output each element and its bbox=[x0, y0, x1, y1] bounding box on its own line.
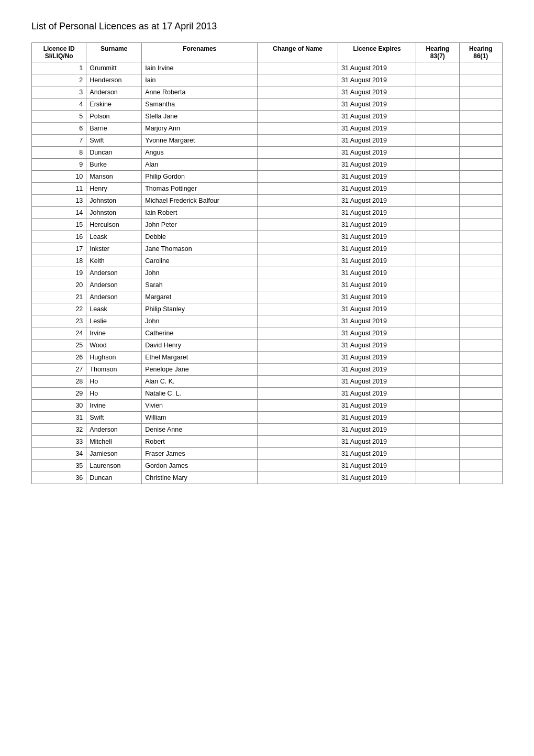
cell-licence-expires: 31 August 2019 bbox=[338, 279, 416, 291]
cell-hearing-86-1 bbox=[459, 412, 502, 424]
cell-id: 28 bbox=[32, 376, 86, 388]
cell-change-of-name bbox=[258, 388, 338, 400]
cell-hearing-86-1 bbox=[459, 388, 502, 400]
table-row: 8 Duncan Angus 31 August 2019 bbox=[32, 147, 503, 159]
cell-change-of-name bbox=[258, 98, 338, 111]
cell-surname: Polson bbox=[86, 111, 142, 123]
cell-licence-expires: 31 August 2019 bbox=[338, 243, 416, 255]
cell-hearing-83-7 bbox=[416, 472, 459, 484]
cell-forenames: Philip Gordon bbox=[142, 171, 258, 183]
cell-hearing-86-1 bbox=[459, 111, 502, 123]
cell-hearing-83-7 bbox=[416, 86, 459, 98]
cell-licence-expires: 31 August 2019 bbox=[338, 62, 416, 74]
cell-surname: Irvine bbox=[86, 327, 142, 339]
cell-id: 5 bbox=[32, 111, 86, 123]
cell-licence-expires: 31 August 2019 bbox=[338, 267, 416, 279]
cell-forenames: Margaret bbox=[142, 291, 258, 303]
cell-forenames: Robert bbox=[142, 436, 258, 448]
cell-forenames: David Henry bbox=[142, 339, 258, 352]
cell-surname: Wood bbox=[86, 339, 142, 352]
cell-licence-expires: 31 August 2019 bbox=[338, 472, 416, 484]
cell-forenames: Ethel Margaret bbox=[142, 352, 258, 364]
cell-surname: Leslie bbox=[86, 315, 142, 327]
cell-hearing-83-7 bbox=[416, 291, 459, 303]
page-title: List of Personal Licences as at 17 April… bbox=[31, 21, 503, 32]
cell-hearing-83-7 bbox=[416, 400, 459, 412]
table-row: 2 Henderson Iain 31 August 2019 bbox=[32, 74, 503, 86]
cell-hearing-83-7 bbox=[416, 159, 459, 171]
cell-forenames: John bbox=[142, 267, 258, 279]
cell-hearing-86-1 bbox=[459, 219, 502, 231]
cell-surname: Mitchell bbox=[86, 436, 142, 448]
cell-change-of-name bbox=[258, 159, 338, 171]
cell-hearing-83-7 bbox=[416, 364, 459, 376]
cell-hearing-86-1 bbox=[459, 255, 502, 267]
cell-change-of-name bbox=[258, 303, 338, 315]
cell-hearing-86-1 bbox=[459, 171, 502, 183]
cell-surname: Anderson bbox=[86, 291, 142, 303]
cell-change-of-name bbox=[258, 412, 338, 424]
table-row: 31 Swift William 31 August 2019 bbox=[32, 412, 503, 424]
col-header-forenames: Forenames bbox=[142, 43, 258, 62]
cell-licence-expires: 31 August 2019 bbox=[338, 448, 416, 460]
cell-forenames: Sarah bbox=[142, 279, 258, 291]
cell-licence-expires: 31 August 2019 bbox=[338, 400, 416, 412]
cell-surname: Henry bbox=[86, 183, 142, 195]
cell-hearing-86-1 bbox=[459, 460, 502, 472]
cell-id: 16 bbox=[32, 231, 86, 243]
cell-hearing-86-1 bbox=[459, 267, 502, 279]
cell-hearing-86-1 bbox=[459, 62, 502, 74]
cell-licence-expires: 31 August 2019 bbox=[338, 231, 416, 243]
cell-change-of-name bbox=[258, 424, 338, 436]
cell-hearing-83-7 bbox=[416, 255, 459, 267]
cell-id: 27 bbox=[32, 364, 86, 376]
table-row: 29 Ho Natalie C. L. 31 August 2019 bbox=[32, 388, 503, 400]
cell-hearing-86-1 bbox=[459, 315, 502, 327]
cell-id: 32 bbox=[32, 424, 86, 436]
cell-surname: Swift bbox=[86, 135, 142, 147]
cell-forenames: Gordon James bbox=[142, 460, 258, 472]
cell-licence-expires: 31 August 2019 bbox=[338, 195, 416, 207]
cell-forenames: Philip Stanley bbox=[142, 303, 258, 315]
cell-id: 6 bbox=[32, 123, 86, 135]
table-row: 11 Henry Thomas Pottinger 31 August 2019 bbox=[32, 183, 503, 195]
table-row: 5 Polson Stella Jane 31 August 2019 bbox=[32, 111, 503, 123]
table-row: 23 Leslie John 31 August 2019 bbox=[32, 315, 503, 327]
table-row: 34 Jamieson Fraser James 31 August 2019 bbox=[32, 448, 503, 460]
licences-table: Licence ID SI/LIQ/No Surname Forenames C… bbox=[31, 42, 503, 484]
cell-surname: Erskine bbox=[86, 98, 142, 111]
cell-hearing-83-7 bbox=[416, 279, 459, 291]
cell-change-of-name bbox=[258, 327, 338, 339]
table-row: 7 Swift Yvonne Margaret 31 August 2019 bbox=[32, 135, 503, 147]
table-row: 36 Duncan Christine Mary 31 August 2019 bbox=[32, 472, 503, 484]
cell-surname: Grummitt bbox=[86, 62, 142, 74]
cell-forenames: Catherine bbox=[142, 327, 258, 339]
table-row: 17 Inkster Jane Thomason 31 August 2019 bbox=[32, 243, 503, 255]
col-header-licence-id: Licence ID SI/LIQ/No bbox=[32, 43, 86, 62]
table-row: 21 Anderson Margaret 31 August 2019 bbox=[32, 291, 503, 303]
cell-forenames: Stella Jane bbox=[142, 111, 258, 123]
cell-hearing-86-1 bbox=[459, 279, 502, 291]
table-row: 9 Burke Alan 31 August 2019 bbox=[32, 159, 503, 171]
cell-hearing-86-1 bbox=[459, 436, 502, 448]
cell-change-of-name bbox=[258, 147, 338, 159]
cell-id: 3 bbox=[32, 86, 86, 98]
col-header-surname: Surname bbox=[86, 43, 142, 62]
cell-surname: Thomson bbox=[86, 364, 142, 376]
cell-id: 2 bbox=[32, 74, 86, 86]
cell-forenames: Michael Frederick Balfour bbox=[142, 195, 258, 207]
table-row: 14 Johnston Iain Robert 31 August 2019 bbox=[32, 207, 503, 219]
cell-forenames: Alan C. K. bbox=[142, 376, 258, 388]
cell-hearing-86-1 bbox=[459, 207, 502, 219]
table-row: 35 Laurenson Gordon James 31 August 2019 bbox=[32, 460, 503, 472]
cell-id: 33 bbox=[32, 436, 86, 448]
cell-licence-expires: 31 August 2019 bbox=[338, 255, 416, 267]
cell-id: 34 bbox=[32, 448, 86, 460]
cell-forenames: Jane Thomason bbox=[142, 243, 258, 255]
cell-id: 8 bbox=[32, 147, 86, 159]
cell-licence-expires: 31 August 2019 bbox=[338, 183, 416, 195]
cell-id: 13 bbox=[32, 195, 86, 207]
cell-change-of-name bbox=[258, 436, 338, 448]
cell-id: 19 bbox=[32, 267, 86, 279]
cell-change-of-name bbox=[258, 291, 338, 303]
